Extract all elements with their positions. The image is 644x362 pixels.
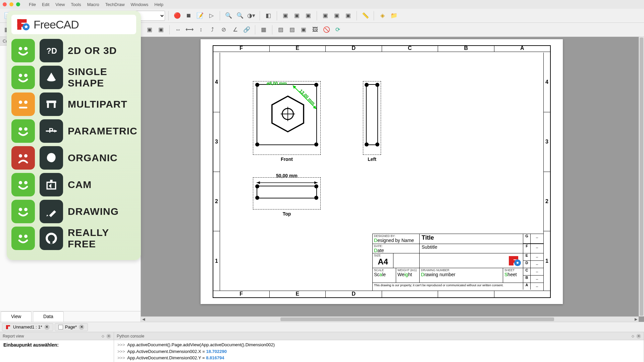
rear-view-button[interactable]: ▣ [320,11,330,21]
feature-3d-icon: ?D [40,39,63,62]
fit-all-button[interactable]: 🔍 [223,11,233,21]
menubar: File Edit View Tools Macro TechDraw Wind… [26,1,166,8]
feature-row: CAM [11,173,136,196]
td-clip-remove-button[interactable]: ▣ [156,25,166,35]
feature-label: SINGLE SHAPE [68,66,136,89]
feature-label: 2D OR 3D [68,45,117,56]
canvas-vscroll[interactable] [639,37,644,316]
combo-tab-data[interactable]: Data [33,311,64,322]
view-label: Top [253,211,320,217]
td-hatch-button[interactable]: ▨ [276,25,286,35]
td-dim-horiz-button[interactable]: ⟷ [184,25,195,35]
report-view-body[interactable]: Einbaupunkt auswählen: [0,340,114,362]
td-geom-hatch-button[interactable]: ▨ [287,25,297,35]
feature-cone-icon [40,66,63,89]
view-left[interactable]: Left [363,81,381,155]
fit-selection-button[interactable]: 🔍 [235,11,245,21]
svg-text:?D: ?D [46,47,57,55]
dim-width[interactable]: 50,00 mm [253,173,320,178]
mood-happy-icon [11,39,35,62]
td-dim-length-button[interactable]: ↔ [173,25,183,35]
close-window-button[interactable] [3,2,7,6]
view-front[interactable]: ⌀8,00 mm 13,00 mm Front [253,81,321,155]
border-row: 2 [213,172,220,232]
view-top[interactable]: 50,00 mm Top [253,177,321,209]
close-icon[interactable]: ✕ [636,334,641,339]
feature-bridge-icon [40,93,63,116]
td-dim-angle-button[interactable]: ∠ [230,25,240,35]
svg-point-14 [517,262,519,264]
close-icon[interactable]: ✕ [106,334,111,339]
feature-row: DRAWING [11,200,136,223]
draw-style-button[interactable]: ◑▾ [246,11,256,21]
border-row: 1 [213,231,220,291]
svg-point-39 [19,154,22,158]
drawing-canvas[interactable]: F E D C B A F E D 4 [141,37,644,322]
macro-run-button[interactable]: ▷ [206,11,216,21]
td-dim-vert-button[interactable]: ↕ [196,25,206,35]
menu-view[interactable]: View [53,1,67,8]
svg-marker-38 [54,129,57,132]
freecad-logo: FreeCAD [11,15,136,34]
mood-happy-icon [11,173,35,196]
combo-tab-view[interactable]: View [1,311,32,322]
feature-label: DRAWING [68,206,119,217]
freecad-logo-icon [508,255,522,267]
doc-tab-page[interactable]: Page* ✕ [55,323,88,331]
svg-rect-16 [6,325,10,326]
maximize-window-button[interactable] [16,2,20,6]
td-redraw-button[interactable]: ⟳ [333,25,343,35]
border-col: E [270,291,326,297]
td-dim-link-button[interactable]: 🔗 [241,25,252,35]
td-image-button[interactable]: 🖼 [310,25,320,35]
menu-file[interactable]: File [26,1,39,8]
canvas-hscroll[interactable]: ◀▶ [141,316,639,322]
bottom-view-button[interactable]: ▣ [332,11,342,21]
drawing-sheet: F E D C B A F E D 4 [201,39,563,304]
svg-rect-31 [46,101,56,103]
macro-stop-button[interactable]: ⏹ [183,11,194,21]
iso-view-button[interactable]: ◧ [263,11,273,21]
python-console-body[interactable]: >>> App.activeDocument().Page.addView(Ap… [114,340,644,362]
close-icon[interactable]: ✕ [79,324,84,330]
menu-techdraw[interactable]: TechDraw [103,1,127,8]
top-view-button[interactable]: ▣ [292,11,302,21]
doc-tab-unnamed[interactable]: Unnamed1 : 1* ✕ [2,323,53,331]
macro-edit-button[interactable]: 📝 [195,11,205,21]
border-col: D [326,291,382,297]
td-symbol-button[interactable]: ▣ [299,25,309,35]
left-view-button[interactable]: ▣ [343,11,353,21]
svg-point-40 [24,154,28,158]
svg-marker-9 [314,181,318,184]
svg-marker-49 [46,215,48,216]
mood-happy-icon [11,227,35,250]
td-export-svg-button[interactable]: ▦ [259,25,269,35]
border-row: 2 [544,172,550,232]
menu-macro[interactable]: Macro [85,1,102,8]
close-icon[interactable]: ✕ [44,324,50,330]
report-view-panel: Report view ◇✕ Einbaupunkt auswählen: [0,332,114,362]
macro-record-button[interactable]: 🔴 [172,11,182,21]
front-view-button[interactable]: ▣ [280,11,290,21]
dim-diameter[interactable]: ⌀8,00 mm [267,81,287,86]
svg-point-46 [19,208,22,211]
part-create-button[interactable]: ◈ [377,11,387,21]
td-dim-radius-button[interactable]: ⤴ [207,25,217,35]
menu-windows[interactable]: Windows [128,1,151,8]
svg-point-47 [24,208,28,211]
svg-text:P: P [49,127,53,134]
right-view-button[interactable]: ▣ [303,11,313,21]
td-clip-add-button[interactable]: ▣ [145,25,155,35]
menu-tools[interactable]: Tools [68,1,84,8]
minimize-window-button[interactable] [9,2,13,6]
mood-meh-icon [11,93,35,116]
menu-edit[interactable]: Edit [39,1,52,8]
window-titlebar: File Edit View Tools Macro TechDraw Wind… [0,0,644,9]
menu-help[interactable]: Help [152,1,166,8]
group-create-button[interactable]: 📁 [389,11,399,21]
measure-button[interactable]: 📏 [360,11,370,21]
border-row: 1 [544,231,550,291]
td-dim-diameter-button[interactable]: ⊘ [219,25,229,35]
border-row: 4 [544,53,550,112]
td-toggle-frame-button[interactable]: 🚫 [321,25,331,35]
